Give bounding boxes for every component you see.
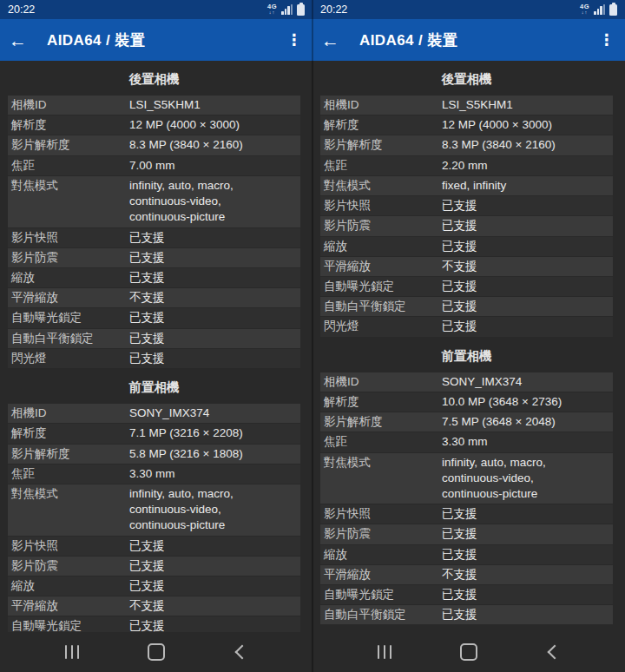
app-bar: ← AIDA64 / 裝置 ⋮ bbox=[0, 19, 312, 61]
spec-label: 閃光燈 bbox=[320, 317, 442, 336]
dual-screenshot-canvas: 20:22 4G ↓↑ ← AIDA64 / 裝置 ⋮ 後置相機 相機ID LS… bbox=[0, 0, 625, 672]
phone-screenshot-left: 20:22 4G ↓↑ ← AIDA64 / 裝置 ⋮ 後置相機 相機ID LS… bbox=[0, 0, 312, 672]
status-icons: 4G ↓↑ bbox=[580, 3, 617, 16]
rear-camera-section: 後置相機 相機ID LSI_S5KHM1 解析度 12 MP (4000 × 3… bbox=[320, 61, 613, 337]
spec-label: 平滑縮放 bbox=[320, 257, 442, 276]
page-title: AIDA64 / 裝置 bbox=[47, 30, 286, 50]
spec-row: 自動曝光鎖定 已支援 bbox=[8, 616, 300, 632]
spec-row: 解析度 7.1 MP (3216 × 2208) bbox=[8, 424, 300, 443]
spec-row: 自動白平衡鎖定 已支援 bbox=[8, 329, 300, 348]
back-arrow-icon[interactable]: ← bbox=[321, 31, 354, 49]
spec-row: 焦距 3.30 mm bbox=[320, 432, 613, 451]
spec-value: 已支援 bbox=[442, 277, 613, 296]
spec-table: 相機ID SONY_IMX374 解析度 7.1 MP (3216 × 2208… bbox=[8, 404, 300, 632]
phone-screenshot-right: 20:22 4G ↓↑ ← AIDA64 / 裝置 ⋮ 後置相機 相機ID LS… bbox=[312, 0, 625, 672]
overflow-menu-icon[interactable]: ⋮ bbox=[599, 32, 615, 48]
spec-label: 影片解析度 bbox=[320, 135, 442, 155]
spec-label: 相機ID bbox=[320, 372, 442, 392]
spec-label: 閃光燈 bbox=[8, 349, 129, 368]
status-bar: 20:22 4G ↓↑ bbox=[312, 0, 625, 19]
spec-row: 自動白平衡鎖定 已支援 bbox=[320, 605, 613, 624]
spec-row: 影片防震 已支援 bbox=[320, 216, 613, 235]
clock-text: 20:22 bbox=[320, 3, 347, 16]
page-title: AIDA64 / 裝置 bbox=[359, 30, 599, 50]
spec-value: 已支援 bbox=[129, 329, 300, 348]
spec-label: 解析度 bbox=[8, 424, 129, 443]
spec-value: 3.30 mm bbox=[129, 464, 300, 484]
spec-table: 相機ID LSI_S5KHM1 解析度 12 MP (4000 × 3000) … bbox=[8, 96, 300, 368]
spec-label: 縮放 bbox=[8, 576, 129, 596]
home-icon[interactable] bbox=[456, 639, 482, 665]
recents-icon[interactable] bbox=[59, 639, 85, 665]
spec-row: 縮放 已支援 bbox=[320, 237, 613, 256]
4g-network-icon: 4G ↓↑ bbox=[580, 3, 589, 16]
recents-icon[interactable] bbox=[372, 639, 398, 665]
section-title: 後置相機 bbox=[8, 61, 300, 96]
spec-value: SONY_IMX374 bbox=[442, 372, 613, 392]
front-camera-section: 前置相機 相機ID SONY_IMX374 解析度 10.0 MP (3648 … bbox=[320, 338, 613, 625]
spec-label: 焦距 bbox=[8, 156, 129, 175]
spec-label: 縮放 bbox=[320, 545, 442, 564]
spec-row: 影片解析度 5.8 MP (3216 × 1808) bbox=[8, 445, 300, 464]
spec-row: 對焦模式 infinity, auto, macro, continuous-v… bbox=[320, 453, 613, 504]
spec-row: 影片解析度 8.3 MP (3840 × 2160) bbox=[320, 135, 613, 155]
spec-row: 影片快照 已支援 bbox=[8, 537, 300, 556]
spec-value: 不支援 bbox=[442, 257, 613, 276]
spec-row: 閃光燈 已支援 bbox=[8, 349, 300, 368]
spec-label: 自動曝光鎖定 bbox=[320, 585, 442, 604]
spec-row: 影片防震 已支援 bbox=[8, 248, 300, 267]
spec-label: 自動曝光鎖定 bbox=[320, 277, 442, 296]
spec-value: 已支援 bbox=[442, 605, 613, 624]
spec-value: 8.3 MP (3840 × 2160) bbox=[129, 135, 300, 155]
spec-value: 2.20 mm bbox=[442, 156, 613, 175]
spec-value: infinity, auto, macro, continuous-video,… bbox=[442, 453, 613, 504]
spec-label: 對焦模式 bbox=[320, 453, 442, 504]
spec-row: 平滑縮放 不支援 bbox=[8, 596, 300, 616]
spec-label: 縮放 bbox=[8, 268, 129, 287]
spec-value: 已支援 bbox=[442, 317, 613, 336]
spec-label: 對焦模式 bbox=[320, 176, 442, 195]
spec-value: 不支援 bbox=[442, 565, 613, 584]
spec-label: 影片快照 bbox=[8, 537, 129, 556]
nav-back-icon[interactable] bbox=[540, 639, 566, 665]
app-bar: ← AIDA64 / 裝置 ⋮ bbox=[312, 19, 625, 61]
spec-value: 7.00 mm bbox=[129, 156, 300, 175]
nav-back-icon[interactable] bbox=[227, 639, 253, 665]
spec-value: 已支援 bbox=[129, 616, 300, 632]
battery-icon bbox=[297, 4, 305, 16]
spec-label: 對焦模式 bbox=[8, 484, 129, 536]
spec-label: 影片解析度 bbox=[8, 135, 129, 155]
spec-row: 相機ID LSI_S5KHM1 bbox=[320, 96, 613, 115]
android-nav-bar bbox=[0, 632, 312, 672]
spec-row: 解析度 10.0 MP (3648 × 2736) bbox=[320, 392, 613, 412]
spec-row: 焦距 2.20 mm bbox=[320, 156, 613, 175]
spec-value: 已支援 bbox=[129, 576, 300, 596]
spec-row: 影片快照 已支援 bbox=[320, 196, 613, 215]
spec-label: 影片防震 bbox=[8, 248, 129, 267]
spec-value: 已支援 bbox=[129, 537, 300, 556]
battery-icon bbox=[609, 4, 617, 16]
spec-row: 解析度 12 MP (4000 × 3000) bbox=[320, 115, 613, 135]
front-camera-section: 前置相機 相機ID SONY_IMX374 解析度 7.1 MP (3216 ×… bbox=[8, 369, 300, 632]
spec-value: LSI_S5KHM1 bbox=[442, 96, 613, 115]
home-icon[interactable] bbox=[143, 639, 169, 665]
spec-label: 縮放 bbox=[320, 237, 442, 256]
spec-row: 焦距 3.30 mm bbox=[8, 464, 300, 484]
spec-row: 自動曝光鎖定 已支援 bbox=[320, 277, 613, 296]
clock-text: 20:22 bbox=[8, 3, 35, 16]
spec-label: 對焦模式 bbox=[8, 176, 129, 227]
spec-label: 平滑縮放 bbox=[8, 288, 129, 307]
spec-table: 相機ID LSI_S5KHM1 解析度 12 MP (4000 × 3000) … bbox=[320, 96, 613, 337]
status-icons: 4G ↓↑ bbox=[267, 3, 305, 16]
section-title: 前置相機 bbox=[8, 369, 300, 404]
spec-value: 已支援 bbox=[129, 268, 300, 287]
spec-row: 縮放 已支援 bbox=[8, 576, 300, 596]
rear-camera-section: 後置相機 相機ID LSI_S5KHM1 解析度 12 MP (4000 × 3… bbox=[8, 61, 300, 368]
section-title: 後置相機 bbox=[320, 61, 613, 96]
overflow-menu-icon[interactable]: ⋮ bbox=[286, 32, 302, 48]
spec-row: 縮放 已支援 bbox=[8, 268, 300, 287]
back-arrow-icon[interactable]: ← bbox=[9, 31, 42, 49]
device-info-content: 後置相機 相機ID LSI_S5KHM1 解析度 12 MP (4000 × 3… bbox=[0, 61, 312, 632]
spec-row: 平滑縮放 不支援 bbox=[320, 565, 613, 584]
spec-row: 平滑縮放 不支援 bbox=[8, 288, 300, 307]
